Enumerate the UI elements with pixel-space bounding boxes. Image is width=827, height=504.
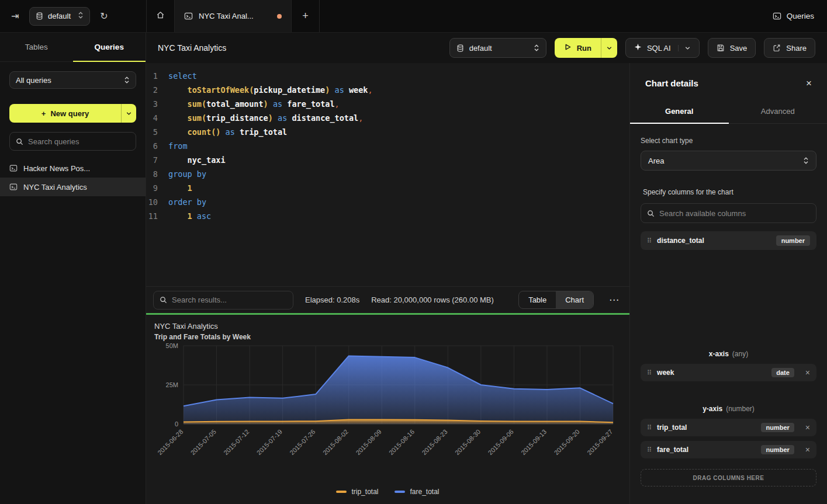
code-line: 7 nyc_taxi xyxy=(146,153,629,167)
tab-label: NYC Taxi Anal... xyxy=(199,12,254,20)
line-number: 4 xyxy=(146,111,168,125)
legend-item[interactable]: trip_total xyxy=(336,488,378,496)
x-axis-label: x-axis xyxy=(709,350,729,358)
query-search[interactable] xyxy=(9,132,136,151)
table-view-button[interactable]: Table xyxy=(519,291,556,308)
remove-column-icon[interactable]: × xyxy=(805,423,810,432)
query-icon xyxy=(9,183,18,191)
query-workspace: 1select2 toStartOfWeek(pickup_datetime) … xyxy=(146,63,629,504)
sql-ai-caret[interactable] xyxy=(678,45,691,51)
search-icon xyxy=(160,296,167,304)
query-list-item-active[interactable]: NYC Taxi Analytics xyxy=(0,178,146,196)
y-axis-column-trip-total[interactable]: ⠿ trip_total number × xyxy=(641,419,816,436)
new-tab-button[interactable]: + xyxy=(292,0,320,32)
column-type-badge: number xyxy=(761,423,794,432)
chevron-updown-icon xyxy=(803,157,809,165)
legend-swatch xyxy=(395,491,405,493)
columns-search-input[interactable] xyxy=(659,209,810,218)
tab-advanced[interactable]: Advanced xyxy=(729,100,827,123)
drag-columns-dropzone[interactable]: DRAG COLUMNS HERE xyxy=(641,469,816,486)
share-button[interactable]: Share xyxy=(764,38,815,58)
remove-column-icon[interactable]: × xyxy=(805,369,810,377)
sidebar-tab-queries[interactable]: Queries xyxy=(73,33,146,61)
sql-ai-label: SQL AI xyxy=(647,44,671,53)
drag-handle-icon[interactable]: ⠿ xyxy=(647,238,652,244)
home-tab-button[interactable] xyxy=(147,0,175,32)
sidebar-collapse-icon[interactable]: ⇥ xyxy=(8,9,22,23)
svg-text:2015-08-09: 2015-08-09 xyxy=(354,428,382,456)
code-text: order by xyxy=(168,195,206,209)
save-label: Save xyxy=(730,44,748,53)
drag-handle-icon[interactable]: ⠿ xyxy=(647,425,652,431)
drag-handle-icon[interactable]: ⠿ xyxy=(647,447,652,453)
tab-nyc-taxi-analytics[interactable]: NYC Taxi Anal... xyxy=(175,0,292,32)
legend-label: trip_total xyxy=(351,488,378,496)
query-search-input[interactable] xyxy=(28,137,130,146)
code-text: toStartOfWeek(pickup_datetime) as week, xyxy=(168,83,373,97)
query-filter-value: All queries xyxy=(16,76,51,85)
save-button[interactable]: Save xyxy=(708,38,756,58)
chart-details-panel: Chart details × General Advanced Select … xyxy=(629,63,827,504)
run-button[interactable]: Run xyxy=(555,38,617,58)
sparkle-icon xyxy=(634,43,642,53)
x-axis-column-week[interactable]: ⠿ week date × xyxy=(641,364,816,381)
code-line: 1select xyxy=(146,69,629,83)
svg-text:2015-09-13: 2015-09-13 xyxy=(520,428,548,456)
sql-ai-button[interactable]: SQL AI xyxy=(625,38,700,58)
svg-text:2015-08-16: 2015-08-16 xyxy=(387,428,416,456)
chart-plot[interactable]: 025M50M2015-06-282015-07-052015-07-12201… xyxy=(154,341,621,486)
query-list: Hacker News Pos... NYC Taxi Analytics xyxy=(0,159,146,196)
results-search[interactable] xyxy=(153,291,293,310)
code-text: nyc_taxi xyxy=(168,153,226,167)
code-line: 11 1 asc xyxy=(146,209,629,223)
run-options-caret[interactable] xyxy=(601,38,617,58)
unsaved-changes-dot xyxy=(277,14,282,19)
more-options-icon[interactable]: ⋯ xyxy=(605,294,622,306)
queries-icon xyxy=(773,12,781,20)
tab-general[interactable]: General xyxy=(630,100,729,123)
column-name: distance_total xyxy=(657,237,704,245)
code-text: 1 xyxy=(168,181,192,195)
svg-text:2015-09-06: 2015-09-06 xyxy=(487,428,515,456)
plus-icon: + xyxy=(41,109,46,118)
svg-text:2015-08-23: 2015-08-23 xyxy=(420,428,448,456)
queries-button[interactable]: Queries xyxy=(773,12,814,20)
svg-text:2015-07-19: 2015-07-19 xyxy=(255,428,283,456)
topbar-database-select[interactable]: default xyxy=(29,7,90,26)
query-filter-select[interactable]: All queries xyxy=(9,71,136,89)
area-chart[interactable]: 025M50M2015-06-282015-07-052015-07-12201… xyxy=(154,341,619,468)
legend-item[interactable]: fare_total xyxy=(395,488,439,496)
new-query-button[interactable]: + New query xyxy=(9,104,136,123)
sidebar: Tables Queries All queries + New query xyxy=(0,33,146,504)
code-line: 6from xyxy=(146,139,629,153)
results-search-input[interactable] xyxy=(172,296,287,304)
remove-column-icon[interactable]: × xyxy=(805,446,810,454)
chart-section: NYC Taxi Analytics Trip and Fare Totals … xyxy=(146,315,629,504)
query-list-item[interactable]: Hacker News Pos... xyxy=(0,159,146,178)
chevron-updown-icon xyxy=(534,44,539,52)
svg-text:2015-06-28: 2015-06-28 xyxy=(156,428,184,456)
chart-type-select[interactable]: Area xyxy=(641,151,816,171)
sidebar-tab-tables[interactable]: Tables xyxy=(0,33,73,61)
topbar-database-value: default xyxy=(48,12,71,20)
code-line: 2 toStartOfWeek(pickup_datetime) as week… xyxy=(146,83,629,97)
chart-view-button[interactable]: Chart xyxy=(556,291,593,308)
y-axis-label: y-axis xyxy=(703,405,722,413)
line-number: 5 xyxy=(146,125,168,139)
columns-search[interactable] xyxy=(641,203,816,223)
drag-handle-icon[interactable]: ⠿ xyxy=(647,370,652,376)
available-column-distance-total[interactable]: ⠿ distance_total number xyxy=(641,231,816,250)
query-tab-icon xyxy=(184,12,193,20)
search-icon xyxy=(16,138,23,145)
panel-title: Chart details xyxy=(645,78,698,88)
chevron-updown-icon xyxy=(124,76,130,84)
line-number: 1 xyxy=(146,69,168,83)
share-icon xyxy=(773,44,781,52)
new-query-caret[interactable] xyxy=(121,104,136,123)
refresh-icon[interactable]: ↻ xyxy=(97,9,111,23)
close-icon[interactable]: × xyxy=(806,78,812,88)
header-database-select[interactable]: default xyxy=(449,38,546,58)
header-database-value: default xyxy=(469,44,492,53)
y-axis-column-fare-total[interactable]: ⠿ fare_total number × xyxy=(641,441,816,458)
sql-editor[interactable]: 1select2 toStartOfWeek(pickup_datetime) … xyxy=(146,63,629,286)
